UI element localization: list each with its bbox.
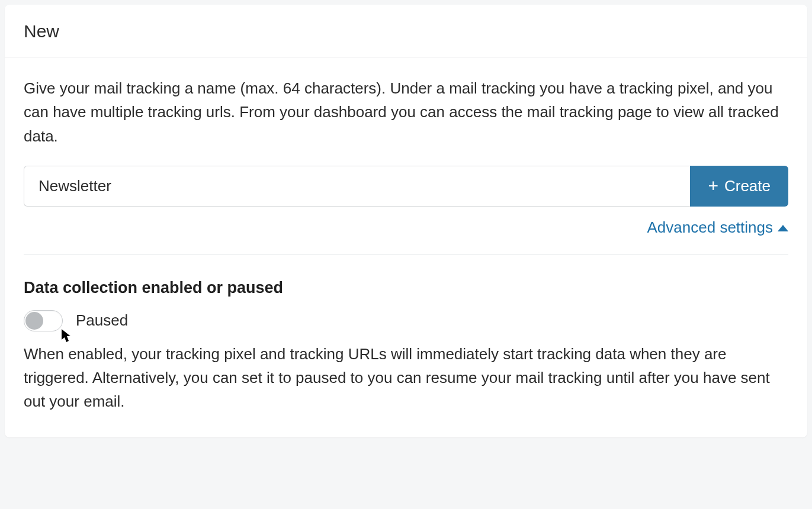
data-collection-description: When enabled, your tracking pixel and tr… xyxy=(24,342,788,414)
card-body: Give your mail tracking a name (max. 64 … xyxy=(5,57,807,437)
toggle-state-label: Paused xyxy=(76,311,128,330)
section-divider xyxy=(24,254,788,255)
advanced-settings-label: Advanced settings xyxy=(647,218,773,237)
create-button-label: Create xyxy=(724,177,771,195)
card-header: New xyxy=(5,5,807,57)
advanced-settings-toggle[interactable]: Advanced settings xyxy=(647,218,788,237)
create-button[interactable]: + Create xyxy=(690,166,788,207)
data-collection-heading: Data collection enabled or paused xyxy=(24,279,788,297)
data-collection-toggle[interactable] xyxy=(24,310,63,331)
toggle-knob xyxy=(25,312,43,330)
tracking-name-input[interactable] xyxy=(24,166,690,207)
advanced-settings-row: Advanced settings xyxy=(24,218,788,237)
toggle-row: Paused xyxy=(24,310,788,331)
caret-up-icon xyxy=(778,225,788,231)
new-mail-tracking-card: New Give your mail tracking a name (max.… xyxy=(5,5,807,437)
plus-icon: + xyxy=(708,177,718,195)
page-title: New xyxy=(24,21,788,41)
description-text: Give your mail tracking a name (max. 64 … xyxy=(24,76,788,148)
name-input-group: + Create xyxy=(24,166,788,207)
